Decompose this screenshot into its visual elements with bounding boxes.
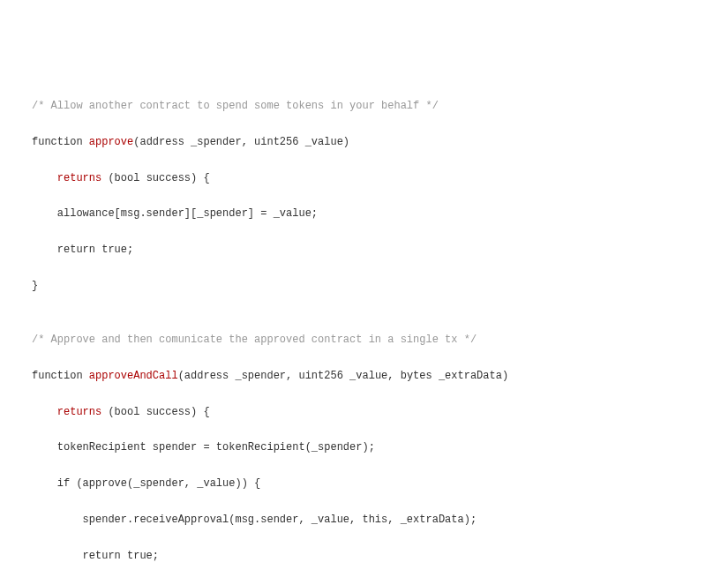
code-line: allowance[msg.sender][_spender] = _value… bbox=[32, 205, 728, 222]
code-line: tokenRecipient spender = tokenRecipient(… bbox=[32, 439, 728, 456]
code-line: return true; bbox=[32, 241, 728, 259]
code-block: /* Allow another contract to spend some … bbox=[0, 79, 728, 585]
comment: /* Approve and then comunicate the appro… bbox=[32, 331, 728, 349]
code-line: returns (bool success) { bbox=[32, 403, 728, 421]
code-line: return true; bbox=[32, 547, 728, 565]
comment: /* Allow another contract to spend some … bbox=[32, 97, 728, 115]
code-line: function approve(address _spender, uint2… bbox=[32, 133, 728, 151]
code-line: spender.receiveApproval(msg.sender, _val… bbox=[32, 511, 728, 529]
code-line: if (approve(_spender, _value)) { bbox=[32, 475, 728, 492]
code-line: function approveAndCall(address _spender… bbox=[32, 367, 728, 385]
code-line: returns (bool success) { bbox=[32, 169, 728, 187]
function-name: approveAndCall bbox=[89, 370, 178, 382]
function-name: approve bbox=[89, 136, 133, 148]
code-line: } bbox=[32, 277, 728, 295]
